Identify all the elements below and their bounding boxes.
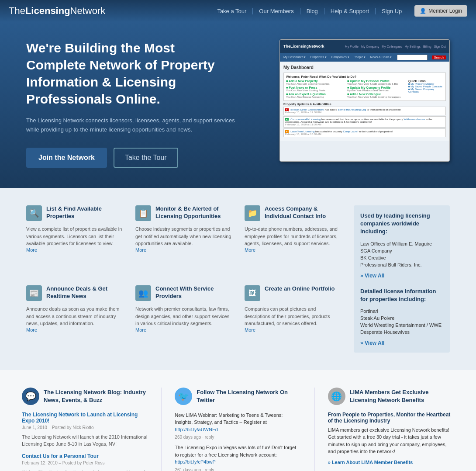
blog-icon: 💬 xyxy=(22,388,39,405)
feature-access-more[interactable]: More xyxy=(245,247,341,253)
list-item: Desperate Housewives xyxy=(360,329,443,336)
features-right-col: Used by leading licensing companies worl… xyxy=(354,205,450,353)
member-login-button[interactable]: 👤 Member Login xyxy=(414,5,467,17)
list-item: Law Offices of William E. Maguire xyxy=(360,240,443,247)
logo: TheLicensingNetwork xyxy=(9,5,105,17)
hero-section: We're Building the Most Complete Network… xyxy=(0,22,476,188)
tweet-1-link[interactable]: http://bit.ly/aUWNFd xyxy=(175,427,217,432)
monitor-icon: 📋 xyxy=(135,205,151,221)
nav: Take a Tour Our Members Blog Help & Supp… xyxy=(211,5,467,17)
features-section: 🔍 List & Find Available Properties View … xyxy=(0,188,476,370)
nav-tour[interactable]: Take a Tour xyxy=(211,8,253,14)
feature-connect-title: Connect With Service Providers xyxy=(155,285,231,300)
feature-list-title: List & Find Available Properties xyxy=(46,205,122,220)
tweet-1: New LIMA Webinar: Marketing to Teens & T… xyxy=(175,412,301,440)
detailed-list: Portinari Steak Au Poivre World Wrestlin… xyxy=(360,308,443,336)
people-icon: 👥 xyxy=(135,285,151,301)
blog-post-2-text: We're still gathering feedback and givin… xyxy=(22,469,148,471)
detailed-title: Detailed license information for propert… xyxy=(360,287,443,303)
logo-bold: Licensing xyxy=(25,5,70,16)
lima-section1-title: From People to Properties, Monitor the H… xyxy=(328,412,454,424)
leading-list: Law Offices of William E. Maguire SGA Co… xyxy=(360,240,443,268)
view-all-leading[interactable]: » View All xyxy=(360,273,384,279)
lima-title: LIMA Members Get Exclusive Licensing Net… xyxy=(350,388,454,404)
list-item: BK Creative xyxy=(360,254,443,261)
hero-title: We're Building the Most Complete Network… xyxy=(26,39,236,107)
header: TheLicensingNetwork Take a Tour Our Memb… xyxy=(0,0,476,22)
lima-icon: 🌐 xyxy=(328,388,345,405)
blog-post-2-link[interactable]: Contact Us for a Personal Tour xyxy=(22,453,148,459)
feature-announce-title: Announce Deals & Get Realtime News xyxy=(46,285,122,300)
feature-list-desc: View a complete list of properties avail… xyxy=(26,225,122,247)
leading-title: Used by leading licensing companies worl… xyxy=(360,212,443,236)
feature-access: 📁 Access Company & Individual Contact In… xyxy=(245,205,341,272)
portfolio-icon: 🖼 xyxy=(245,285,260,301)
view-all-detailed[interactable]: » View All xyxy=(360,340,384,346)
tweet-1-text: New LIMA Webinar: Marketing to Teens & T… xyxy=(175,412,283,425)
feature-portfolio-more[interactable]: More xyxy=(245,327,341,332)
feature-list-find: 🔍 List & Find Available Properties View … xyxy=(26,205,122,272)
feature-monitor-desc: Choose industry segments or properties a… xyxy=(135,225,231,247)
twitter-header: 🐦 Follow The Licensing Network On Twitte… xyxy=(175,388,301,405)
dashboard-screenshot: TheLicensingNetwork My ProfileMy Company… xyxy=(279,39,450,162)
blog-column: 💬 The Licensing Network Blog: Industry N… xyxy=(9,388,162,471)
blog-post-2-meta: February 12, 2010 – Posted by Peter Ross xyxy=(22,461,148,465)
nav-members[interactable]: Our Members xyxy=(253,8,300,14)
tweet-1-meta: 260 days ago · reply xyxy=(175,435,301,440)
nav-blog[interactable]: Blog xyxy=(300,8,324,14)
contacts-icon: 📁 xyxy=(245,205,260,221)
news-icon: 📰 xyxy=(26,285,42,301)
feature-portfolio-title: Create an Online Portfolio xyxy=(265,285,335,293)
join-network-button[interactable]: Join the Network xyxy=(26,148,107,168)
nav-signup[interactable]: Sign Up xyxy=(376,8,408,14)
twitter-column: 🐦 Follow The Licensing Network On Twitte… xyxy=(162,388,314,471)
feature-announce-desc: Announce deals as soon as you make them … xyxy=(26,305,122,327)
features-grid: 🔍 List & Find Available Properties View … xyxy=(26,205,450,353)
list-item: Portinari xyxy=(360,308,443,315)
list-item: SGA Company xyxy=(360,247,443,254)
lima-section1-text: LIMA members get exclusive Licensing Net… xyxy=(328,426,454,455)
list-item: World Wrestling Entertainment / WWE xyxy=(360,322,443,329)
twitter-icon: 🐦 xyxy=(175,388,192,405)
person-icon: 👤 xyxy=(420,8,426,14)
blog-header: 💬 The Licensing Network Blog: Industry N… xyxy=(22,388,148,405)
tweet-2-text: The Licensing Expo in Vegas was lots of … xyxy=(175,445,296,457)
feature-access-title: Access Company & Individual Contact Info xyxy=(265,205,341,220)
feature-portfolio-desc: Companies can post pictures and descript… xyxy=(245,305,341,327)
hero-buttons: Join the Network Take the Tour xyxy=(26,148,236,168)
hero-text: We're Building the Most Complete Network… xyxy=(26,39,236,168)
search-icon: 🔍 xyxy=(26,205,42,221)
feature-monitor-more[interactable]: More xyxy=(135,247,231,253)
content-row: 💬 The Licensing Network Blog: Industry N… xyxy=(0,370,476,471)
blog-post-1-text: The Licensing Network will launch at the… xyxy=(22,433,148,448)
feature-announce: 📰 Announce Deals & Get Realtime News Ann… xyxy=(26,285,122,352)
list-item: Steak Au Poivre xyxy=(360,315,443,322)
take-tour-button[interactable]: Take the Tour xyxy=(114,148,178,168)
lima-column: 🌐 LIMA Members Get Exclusive Licensing N… xyxy=(315,388,467,471)
tweet-2: The Licensing Expo in Vegas was lots of … xyxy=(175,444,301,471)
feature-announce-more[interactable]: More xyxy=(26,327,122,332)
feature-access-desc: Up-to-date phone numbers, addresses, and… xyxy=(245,225,341,247)
feature-connect-desc: Network with premier consultants, law fi… xyxy=(135,305,231,327)
list-item: Professional Bull Riders, Inc. xyxy=(360,261,443,268)
blog-post-1-link[interactable]: The Licensing Network to Launch at Licen… xyxy=(22,412,148,424)
feature-connect: 👥 Connect With Service Providers Network… xyxy=(135,285,231,352)
feature-monitor: 📋 Monitor & Be Alerted of Licensing Oppo… xyxy=(135,205,231,272)
hero-desc: The Licensing Network connects licensors… xyxy=(26,116,236,135)
tweet-2-meta: 261 days ago · reply xyxy=(175,468,301,471)
feature-portfolio: 🖼 Create an Online Portfolio Companies c… xyxy=(245,285,341,352)
blog-post-1-meta: June 1, 2010 – Posted by Nick Riotto xyxy=(22,425,148,430)
feature-connect-more[interactable]: More xyxy=(135,327,231,332)
twitter-title: Follow The Licensing Network On Twitter xyxy=(197,388,301,404)
feature-monitor-title: Monitor & Be Alerted of Licensing Opport… xyxy=(155,205,231,220)
lima-learn-link[interactable]: » Learn About LIMA Member Benefits xyxy=(328,460,454,465)
blog-title: The Licensing Network Blog: Industry New… xyxy=(44,388,148,404)
nav-help[interactable]: Help & Support xyxy=(324,8,376,14)
tweet-2-link[interactable]: http://bit.ly/cP4bwP xyxy=(175,459,216,464)
feature-list-more[interactable]: More xyxy=(26,247,122,253)
lima-header: 🌐 LIMA Members Get Exclusive Licensing N… xyxy=(328,388,454,405)
